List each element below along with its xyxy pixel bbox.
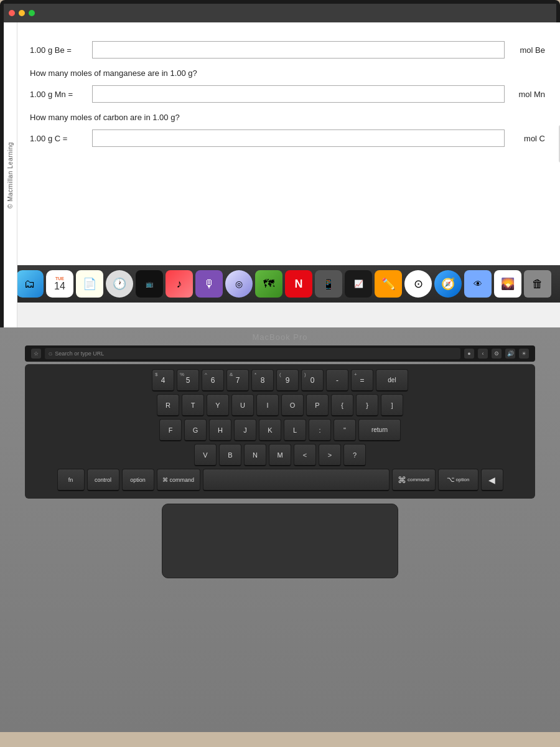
dock-music[interactable]: ♪ — [166, 270, 193, 298]
option-label: option — [456, 477, 470, 482]
dock-iphone[interactable]: 📱 — [315, 270, 342, 298]
touchbar-search[interactable]: G Search or type URL — [45, 348, 460, 359]
key-u[interactable]: U — [231, 394, 254, 416]
key-8[interactable]: * 8 — [251, 369, 274, 392]
close-window-button[interactable] — [9, 10, 15, 16]
key-option-left[interactable]: option — [122, 469, 154, 491]
key-f[interactable]: F — [159, 419, 182, 441]
key-spacebar[interactable] — [203, 469, 390, 491]
dock: 🗂 TUE 14 📄 🕐 📺 ♪ 🎙 ◎ 🗺 N 📱 — [4, 265, 560, 303]
key-fn[interactable]: fn — [57, 469, 85, 491]
key-9[interactable]: ( 9 — [276, 369, 299, 392]
key-quote[interactable]: " — [334, 419, 356, 441]
macmillan-sidebar: © Macmillan Learning — [4, 22, 17, 327]
key-delete[interactable]: del — [376, 369, 408, 392]
dock-finder[interactable]: 🗂 — [16, 270, 44, 298]
key-l[interactable]: L — [284, 419, 306, 441]
key-semicolon[interactable]: : — [309, 419, 331, 441]
dock-pencil[interactable]: ✏️ — [375, 270, 402, 298]
asdf-row: F G H J K L : " return — [30, 419, 530, 441]
key-equals[interactable]: + = — [351, 369, 373, 392]
dock-preview[interactable]: 👁 — [464, 270, 492, 298]
key-command-right[interactable]: ⌘ command — [392, 469, 436, 491]
key-o[interactable]: O — [281, 394, 304, 416]
key-6[interactable]: ^ 6 — [202, 369, 224, 392]
dock-chrome[interactable]: ⊙ — [404, 270, 432, 298]
dock-appletv[interactable]: 📺 — [136, 270, 163, 298]
maximize-window-button[interactable] — [29, 10, 35, 16]
carbon-row: 1.00 g C = mol C — [30, 129, 545, 147]
touchbar-search-text: Search or type URL — [55, 350, 104, 357]
bottom-row: fn control option ⌘ command ⌘ command ⌥ … — [30, 469, 530, 491]
carbon-label: 1.00 g C = — [30, 134, 86, 143]
manganese-row: 1.00 g Mn = mol Mn — [30, 85, 545, 103]
carbon-input[interactable] — [92, 129, 505, 147]
touchbar-brightness[interactable]: ☀ — [519, 349, 529, 359]
key-option-right[interactable]: ⌥ option — [438, 469, 478, 491]
dock-calendar[interactable]: TUE 14 — [46, 270, 73, 298]
carbon-question-text: How many moles of carbon are in 1.00 g? — [30, 113, 545, 122]
dock-trash[interactable]: 🗑 — [524, 270, 551, 298]
key-k[interactable]: K — [259, 419, 281, 441]
command-label: command — [408, 477, 429, 482]
key-p[interactable]: P — [306, 394, 329, 416]
carbon-unit: mol C — [511, 134, 545, 143]
macbook-body: MacBook Pro ☆ G Search or type URL ● ‹ ⚙… — [0, 327, 560, 732]
touchbar-speaker[interactable]: 🔊 — [505, 349, 515, 359]
key-comma[interactable]: < — [294, 444, 316, 466]
key-i[interactable]: I — [256, 394, 279, 416]
key-v[interactable]: V — [194, 444, 217, 466]
key-command-left[interactable]: ⌘ command — [157, 469, 200, 491]
manganese-input[interactable] — [92, 85, 505, 103]
key-4[interactable]: $ 4 — [152, 369, 174, 392]
touchbar-star[interactable]: ☆ — [31, 349, 41, 359]
key-ctrl[interactable]: control — [87, 469, 119, 491]
key-arrow-left[interactable]: ◀ — [481, 469, 503, 491]
key-pipe[interactable]: ] — [381, 394, 403, 416]
content-area: 1.00 g Be = mol Be How many moles of man… — [17, 22, 560, 265]
key-bracket-close[interactable]: } — [356, 394, 378, 416]
zxcv-row: V B N M < > ? — [30, 444, 530, 466]
trackpad[interactable] — [162, 504, 398, 578]
dock-safari[interactable]: 🧭 — [434, 270, 462, 298]
minimize-window-button[interactable] — [19, 10, 25, 16]
key-b[interactable]: B — [219, 444, 241, 466]
dock-netflix[interactable]: N — [285, 270, 312, 298]
key-n[interactable]: N — [244, 444, 266, 466]
key-g[interactable]: G — [184, 419, 207, 441]
number-row: $ 4 % 5 ^ 6 & 7 * 8 ( 9 — [30, 369, 530, 392]
laptop-screen-wrapper: © Macmillan Learning 1.00 g Be = mol Be … — [0, 0, 560, 327]
browser-chrome-bar — [4, 4, 556, 22]
key-r[interactable]: R — [157, 394, 179, 416]
dock-clock[interactable]: 🕐 — [106, 270, 133, 298]
touchbar-dot[interactable]: ● — [464, 349, 474, 359]
dock-siri[interactable]: ◎ — [225, 270, 253, 298]
key-0[interactable]: ) 0 — [301, 369, 324, 392]
beryllium-label: 1.00 g Be = — [30, 45, 86, 55]
touch-bar: ☆ G Search or type URL ● ‹ ⚙ 🔊 ☀ — [25, 345, 535, 362]
key-h[interactable]: H — [209, 419, 231, 441]
dock-stocks[interactable]: 📈 — [345, 270, 372, 298]
touchbar-settings[interactable]: ⚙ — [492, 349, 502, 359]
key-5[interactable]: % 5 — [177, 369, 199, 392]
key-bracket-open[interactable]: { — [331, 394, 353, 416]
key-j[interactable]: J — [234, 419, 256, 441]
beryllium-unit: mol Be — [511, 45, 545, 55]
key-m[interactable]: M — [269, 444, 291, 466]
beryllium-row: 1.00 g Be = mol Be — [30, 41, 545, 59]
macbook-label: MacBook Pro — [252, 327, 307, 342]
key-return[interactable]: return — [358, 419, 401, 441]
dock-maps[interactable]: 🗺 — [255, 270, 282, 298]
beryllium-input[interactable] — [92, 41, 505, 59]
dock-photos[interactable]: 🌄 — [494, 270, 521, 298]
dock-podcasts[interactable]: 🎙 — [195, 270, 223, 298]
dock-notes[interactable]: 📄 — [76, 270, 103, 298]
key-minus[interactable]: - — [326, 369, 348, 392]
key-slash[interactable]: ? — [343, 444, 366, 466]
key-7[interactable]: & 7 — [226, 369, 249, 392]
key-t[interactable]: T — [182, 394, 204, 416]
sidebar-label: © Macmillan Learning — [7, 142, 14, 209]
key-period[interactable]: > — [319, 444, 341, 466]
key-y[interactable]: Y — [207, 394, 229, 416]
touchbar-back[interactable]: ‹ — [478, 349, 488, 359]
